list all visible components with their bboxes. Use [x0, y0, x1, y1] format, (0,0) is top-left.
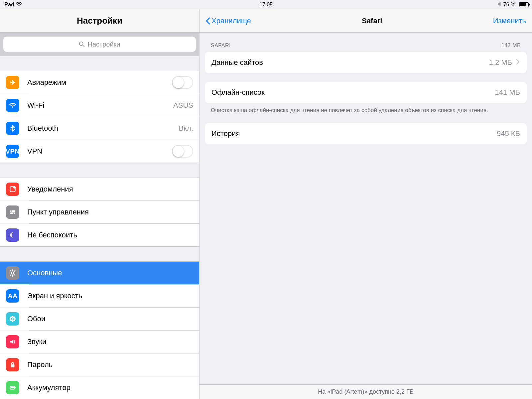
- storage-footer-label: На «iPad (Artem)» доступно 2,2 ГБ: [318, 388, 413, 395]
- sidebar-item-label: Звуки: [27, 337, 193, 346]
- airplane-icon: ✈: [6, 76, 19, 89]
- sidebar-item-label: VPN: [27, 147, 172, 156]
- sidebar-item-passcode[interactable]: Пароль: [0, 353, 199, 376]
- sidebar-item-bluetooth[interactable]: BluetoothВкл.: [0, 117, 199, 140]
- sidebar-item-label: Обои: [27, 315, 193, 323]
- notifications-icon: [6, 183, 19, 196]
- detail-navbar: Хранилище Safari Изменить: [200, 9, 532, 33]
- sidebar-item-dnd[interactable]: ☾Не беспокоить: [0, 224, 199, 246]
- vpn-icon: VPN: [6, 145, 19, 158]
- display-icon: AA: [6, 289, 19, 303]
- bluetooth-icon: [497, 1, 501, 8]
- sidebar-item-wifi[interactable]: Wi-FiASUS: [0, 94, 199, 117]
- back-button[interactable]: Хранилище: [205, 17, 251, 25]
- battery-icon: [6, 381, 19, 394]
- search-container: Настройки: [0, 33, 199, 56]
- svg-point-30: [79, 42, 83, 46]
- detail-row-value: 1,2 МБ: [489, 58, 512, 67]
- detail-pane: Хранилище Safari Изменить SAFARI 143 МБ …: [200, 9, 532, 399]
- general-icon: [6, 266, 19, 280]
- sidebar-item-label: Экран и яркость: [27, 292, 193, 300]
- device-label: iPad: [3, 2, 14, 8]
- edit-button[interactable]: Изменить: [493, 17, 526, 25]
- detail-row-sitedata[interactable]: Данные сайтов1,2 МБ: [205, 52, 527, 73]
- detail-row-value: 141 МБ: [495, 88, 520, 97]
- passcode-icon: [6, 358, 19, 371]
- vpn-toggle[interactable]: [172, 145, 193, 158]
- sidebar-item-label: Пункт управления: [27, 208, 193, 216]
- back-label: Хранилище: [211, 17, 251, 25]
- search-placeholder: Настройки: [87, 41, 120, 48]
- sidebar-item-value: ASUS: [173, 101, 193, 110]
- airplane-toggle[interactable]: [172, 76, 193, 89]
- settings-sidebar: Настройки Настройки ✈АвиарежимWi-FiASUSB…: [0, 9, 200, 399]
- sidebar-item-sounds[interactable]: Звуки: [0, 331, 199, 353]
- sidebar-item-label: Wi-Fi: [27, 101, 173, 110]
- sidebar-item-label: Пароль: [27, 360, 193, 369]
- sidebar-item-value: Вкл.: [179, 124, 194, 133]
- detail-row-history[interactable]: История945 КБ: [205, 123, 527, 144]
- sidebar-item-label: Не беспокоить: [27, 231, 193, 239]
- detail-row-label: Офлайн-список: [211, 88, 495, 97]
- battery-icon: [517, 2, 529, 7]
- sidebar-item-controlcenter[interactable]: Пункт управления: [0, 201, 199, 223]
- chevron-left-icon: [205, 17, 210, 25]
- sidebar-item-label: Уведомления: [27, 185, 193, 194]
- detail-row-label: Данные сайтов: [211, 58, 489, 67]
- sidebar-item-label: Bluetooth: [27, 124, 179, 133]
- sidebar-item-airplane[interactable]: ✈Авиарежим: [0, 71, 199, 94]
- detail-row-offline[interactable]: Офлайн-список141 МБ: [205, 82, 527, 103]
- section-footnote: Очистка кэша офлайн-списка для чтения не…: [200, 103, 532, 114]
- svg-line-31: [83, 45, 84, 47]
- sidebar-item-vpn[interactable]: VPNVPN: [0, 140, 199, 163]
- wifi-icon: [16, 2, 22, 8]
- section-header-total: 143 МБ: [501, 43, 521, 49]
- sidebar-item-wallpaper[interactable]: Обои: [0, 308, 199, 330]
- detail-row-value: 945 КБ: [497, 129, 520, 138]
- controlcenter-icon: [6, 205, 19, 219]
- sidebar-item-label: Основные: [27, 269, 193, 277]
- detail-row-label: История: [211, 129, 497, 138]
- sidebar-item-display[interactable]: AAЭкран и яркость: [0, 285, 199, 307]
- sidebar-item-general[interactable]: Основные: [0, 262, 199, 284]
- sidebar-title: Настройки: [77, 16, 122, 26]
- sidebar-item-notifications[interactable]: Уведомления: [0, 178, 199, 200]
- bluetooth-icon: [6, 122, 19, 135]
- section-header-label: SAFARI: [211, 43, 231, 49]
- sidebar-item-label: Авиарежим: [27, 78, 172, 87]
- storage-footer: На «iPad (Artem)» доступно 2,2 ГБ: [200, 384, 532, 399]
- clock: 17:05: [259, 2, 273, 8]
- search-icon: [79, 41, 85, 47]
- status-bar: iPad 17:05 76 %: [0, 0, 532, 9]
- dnd-icon: ☾: [6, 228, 19, 242]
- search-input[interactable]: Настройки: [3, 37, 196, 52]
- wifi-icon: [6, 99, 19, 112]
- battery-percent: 76 %: [503, 2, 515, 8]
- sounds-icon: [6, 335, 19, 348]
- sidebar-item-label: Аккумулятор: [27, 383, 193, 392]
- wallpaper-icon: [6, 312, 19, 326]
- chevron-right-icon: [516, 58, 520, 67]
- sidebar-header: Настройки: [0, 9, 199, 33]
- detail-title: Safari: [362, 17, 382, 25]
- section-header: SAFARI 143 МБ: [200, 33, 532, 52]
- sidebar-item-battery[interactable]: Аккумулятор: [0, 376, 199, 399]
